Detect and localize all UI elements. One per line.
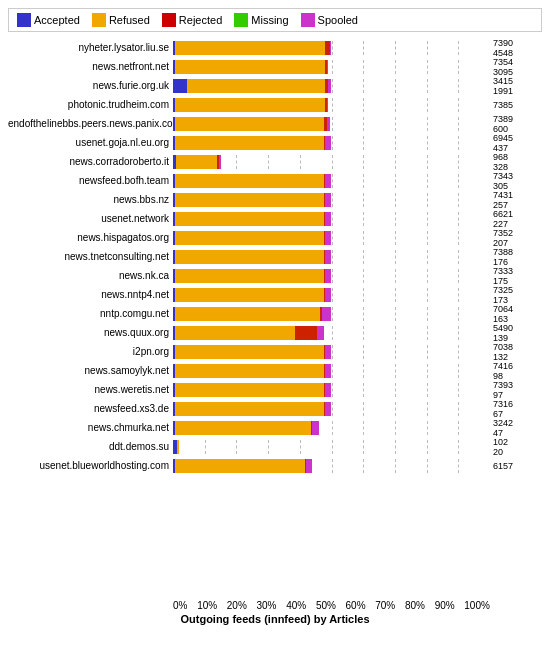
table-row: usenet.goja.nl.eu.org6945437 <box>8 133 542 152</box>
legend-label-accepted: Accepted <box>34 14 80 26</box>
x-tick: 20% <box>227 600 247 611</box>
row-value-1: 3242 <box>493 418 542 428</box>
bar-segment-refused <box>177 440 179 454</box>
legend-color-accepted <box>17 13 31 27</box>
row-label: news.furie.org.uk <box>8 80 173 91</box>
row-label: news.netfront.net <box>8 61 173 72</box>
table-row: news.tnetconsulting.net7388176 <box>8 247 542 266</box>
values-col: 7343305 <box>490 171 542 191</box>
table-row: news.samoylyk.net741698 <box>8 361 542 380</box>
row-label: news.nk.ca <box>8 270 173 281</box>
values-col: 7038132 <box>490 342 542 362</box>
row-value-1: 7352 <box>493 228 542 238</box>
bar-container <box>173 440 490 454</box>
legend-color-missing <box>234 13 248 27</box>
bar-container <box>173 345 490 359</box>
bar-container <box>173 288 490 302</box>
row-label: news.corradoroberto.it <box>8 156 173 167</box>
row-label: news.nntp4.net <box>8 289 173 300</box>
row-value-1: 6621 <box>493 209 542 219</box>
row-label: usenet.network <box>8 213 173 224</box>
row-label: news.quux.org <box>8 327 173 338</box>
bar-segment-spooled <box>325 231 331 245</box>
bar-wrap <box>173 307 490 321</box>
bar-container <box>173 174 490 188</box>
bar-segment-refused <box>175 174 324 188</box>
table-row: photonic.trudheim.com7385 <box>8 95 542 114</box>
bar-segment-spooled <box>312 421 318 435</box>
bar-segment-refused <box>175 212 324 226</box>
row-label: usenet.blueworldhosting.com <box>8 460 173 471</box>
bar-segment-spooled <box>325 212 331 226</box>
table-row: ddt.demos.su10220 <box>8 437 542 456</box>
legend-item-refused: Refused <box>92 13 150 27</box>
bar-segment-spooled <box>325 269 331 283</box>
values-col: 34151991 <box>490 76 542 96</box>
bar-wrap <box>173 98 490 112</box>
row-label: i2pn.org <box>8 346 173 357</box>
bar-segment-refused <box>175 98 326 112</box>
legend-color-rejected <box>162 13 176 27</box>
table-row: usenet.blueworldhosting.com6157 <box>8 456 542 475</box>
legend-item-rejected: Rejected <box>162 13 222 27</box>
values-col: 739397 <box>490 380 542 400</box>
bar-segment-refused <box>175 117 324 131</box>
bar-container <box>173 117 490 131</box>
bar-wrap <box>173 174 490 188</box>
bar-segment-spooled <box>219 155 221 169</box>
bar-segment-spooled <box>325 345 331 359</box>
bar-container <box>173 421 490 435</box>
bar-wrap <box>173 288 490 302</box>
bar-segment-refused <box>175 41 326 55</box>
bar-container <box>173 326 490 340</box>
legend-item-missing: Missing <box>234 13 288 27</box>
table-row: news.corradoroberto.it968328 <box>8 152 542 171</box>
bar-segment-refused <box>175 459 305 473</box>
bar-segment-spooled <box>325 174 331 188</box>
rows-area: nyheter.lysator.liu.se73904548news.netfr… <box>8 38 542 597</box>
bar-segment-spooled <box>327 117 330 131</box>
table-row: news.quux.org5490139 <box>8 323 542 342</box>
bar-container <box>173 193 490 207</box>
bar-segment-spooled <box>325 193 331 207</box>
values-col: 5490139 <box>490 323 542 343</box>
bar-segment-refused <box>175 269 324 283</box>
bar-segment-spooled <box>322 307 332 321</box>
bar-segment-refused <box>175 193 324 207</box>
bar-container <box>173 60 490 74</box>
legend-label-refused: Refused <box>109 14 150 26</box>
row-label: news.bbs.nz <box>8 194 173 205</box>
bar-wrap <box>173 231 490 245</box>
bar-container <box>173 402 490 416</box>
bar-segment-spooled <box>327 98 329 112</box>
legend-label-spooled: Spooled <box>318 14 358 26</box>
bar-segment-refused <box>175 288 324 302</box>
bar-container <box>173 364 490 378</box>
row-label: nyheter.lysator.liu.se <box>8 42 173 53</box>
table-row: i2pn.org7038132 <box>8 342 542 361</box>
row-value-1: 968 <box>493 152 542 162</box>
bar-segment-refused <box>175 326 295 340</box>
bar-wrap <box>173 269 490 283</box>
bar-segment-refused <box>175 402 324 416</box>
row-value-1: 3415 <box>493 76 542 86</box>
values-col: 73904548 <box>490 38 542 58</box>
bar-container <box>173 98 490 112</box>
values-col: 7388176 <box>490 247 542 267</box>
values-col: 6621227 <box>490 209 542 229</box>
row-label: news.samoylyk.net <box>8 365 173 376</box>
bar-wrap <box>173 326 490 340</box>
bar-wrap <box>173 345 490 359</box>
row-value-1: 7390 <box>493 38 542 48</box>
row-value-1: 7416 <box>493 361 542 371</box>
row-value-1: 6945 <box>493 133 542 143</box>
table-row: news.nntp4.net7325173 <box>8 285 542 304</box>
values-col: 968328 <box>490 152 542 172</box>
row-value-2: 1991 <box>493 86 542 96</box>
bar-segment-refused <box>175 421 311 435</box>
bar-wrap <box>173 60 490 74</box>
bar-wrap <box>173 440 490 454</box>
bar-segment-spooled <box>325 383 331 397</box>
bar-container <box>173 155 490 169</box>
bar-segment-rejected <box>295 326 317 340</box>
